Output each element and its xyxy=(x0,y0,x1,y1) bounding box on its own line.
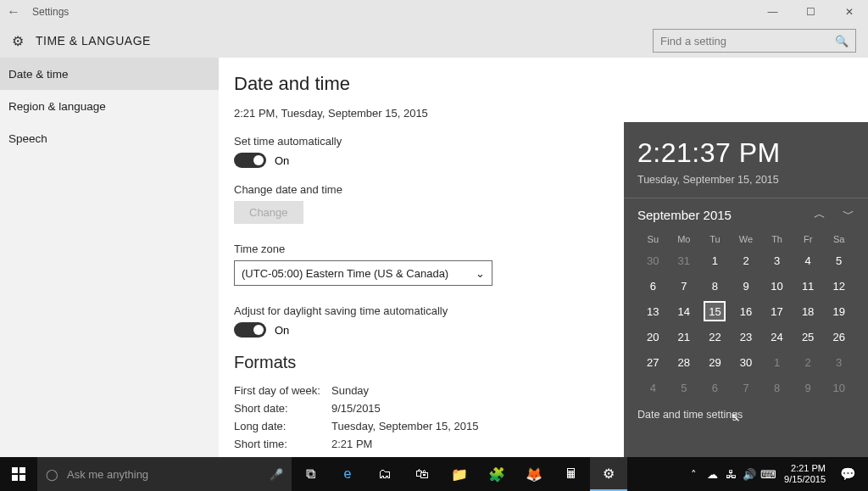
month-prev-button[interactable]: ︿ xyxy=(814,207,826,222)
calendar-day[interactable]: 3 xyxy=(761,248,793,273)
calendar-day[interactable]: 14 xyxy=(669,299,700,324)
calendar-day[interactable]: 23 xyxy=(731,324,762,349)
calendar-day[interactable]: 9 xyxy=(731,273,762,299)
calendar-day[interactable]: 8 xyxy=(699,273,731,299)
calendar-day[interactable]: 12 xyxy=(823,273,854,299)
calendar-day[interactable]: 10 xyxy=(761,273,793,299)
calendar-day[interactable]: 13 xyxy=(637,299,669,324)
calendar-day[interactable]: 27 xyxy=(637,349,669,375)
calendar-day[interactable]: 2 xyxy=(793,349,824,375)
calendar-day[interactable]: 30 xyxy=(731,349,762,375)
cortana-icon: ◯ xyxy=(46,468,58,481)
calendar-day[interactable]: 6 xyxy=(637,273,669,299)
action-center-icon[interactable]: 💬 xyxy=(832,466,863,482)
calendar-dow: Mo xyxy=(669,231,700,248)
calendar-day[interactable]: 17 xyxy=(761,299,793,324)
timezone-select[interactable]: (UTC-05:00) Eastern Time (US & Canada) ⌄ xyxy=(234,260,492,286)
search-icon: 🔍 xyxy=(835,35,849,47)
change-button: Change xyxy=(234,201,303,224)
calendar-day[interactable]: 18 xyxy=(793,299,824,324)
firefox-icon[interactable]: 🦊 xyxy=(515,457,553,491)
calendar-day[interactable]: 10 xyxy=(823,375,854,400)
search-input[interactable]: Find a setting 🔍 xyxy=(653,29,856,53)
calendar-day[interactable]: 29 xyxy=(699,349,731,375)
calendar-day[interactable]: 25 xyxy=(793,324,824,349)
start-button[interactable] xyxy=(0,457,37,491)
calendar-day[interactable]: 16 xyxy=(731,299,762,324)
calendar-day[interactable]: 9 xyxy=(793,375,824,400)
settings-taskbar-icon[interactable]: ⚙ xyxy=(590,457,627,491)
mic-icon: 🎤 xyxy=(270,468,283,481)
calendar-day[interactable]: 28 xyxy=(669,349,700,375)
app-icon[interactable]: 📁 xyxy=(441,457,478,491)
calendar-day[interactable]: 20 xyxy=(637,324,669,349)
clock-date: 9/15/2015 xyxy=(784,474,826,485)
current-datetime: 2:21 PM, Tuesday, September 15, 2015 xyxy=(234,107,868,120)
taskbar: ◯ Ask me anything 🎤 ⧉ e 🗂 🛍 📁 🧩 🦊 🖩 ⚙ ˄ … xyxy=(0,457,868,491)
tray-chevron-icon[interactable]: ˄ xyxy=(684,468,703,481)
volume-icon[interactable]: 🔊 xyxy=(740,468,759,481)
month-next-button[interactable]: ﹀ xyxy=(843,207,854,222)
taskbar-search[interactable]: ◯ Ask me anything 🎤 xyxy=(37,457,292,491)
calendar-day[interactable]: 11 xyxy=(793,273,824,299)
calculator-icon[interactable]: 🖩 xyxy=(553,457,590,491)
sidebar-item-label: Date & time xyxy=(8,68,69,81)
sidebar-item-date-time[interactable]: Date & time xyxy=(0,58,219,90)
taskbar-clock[interactable]: 2:21 PM 9/15/2015 xyxy=(777,463,832,485)
calendar-day[interactable]: 1 xyxy=(761,349,793,375)
svg-rect-0 xyxy=(12,467,18,473)
fmt-val: Sunday xyxy=(331,384,369,397)
close-button[interactable]: ✕ xyxy=(830,0,868,24)
calendar-day[interactable]: 2 xyxy=(731,248,762,273)
flyout-time: 2:21:37 PM xyxy=(637,137,854,169)
file-explorer-icon[interactable]: 🗂 xyxy=(366,457,403,491)
calendar-day[interactable]: 22 xyxy=(699,324,731,349)
task-view-button[interactable]: ⧉ xyxy=(292,457,329,491)
calendar-day[interactable]: 7 xyxy=(669,273,700,299)
sidebar-item-label: Region & language xyxy=(8,100,106,113)
edge-icon[interactable]: e xyxy=(329,457,366,491)
calendar-day[interactable]: 6 xyxy=(699,375,731,400)
input-icon[interactable]: ⌨ xyxy=(759,468,777,481)
calendar-day[interactable]: 19 xyxy=(823,299,854,324)
calendar-day[interactable]: 5 xyxy=(823,248,854,273)
calendar-day[interactable]: 24 xyxy=(761,324,793,349)
calendar-day[interactable]: 5 xyxy=(669,375,700,400)
network-icon[interactable]: 🖧 xyxy=(721,468,740,481)
fmt-key: Long date: xyxy=(234,420,331,432)
search-placeholder: Find a setting xyxy=(660,35,835,47)
onedrive-icon[interactable]: ☁ xyxy=(703,468,721,481)
sidebar-item-region[interactable]: Region & language xyxy=(0,90,219,122)
calendar-day[interactable]: 26 xyxy=(823,324,854,349)
flyout-date: Tuesday, September 15, 2015 xyxy=(637,174,854,186)
calendar-day[interactable]: 15 xyxy=(699,299,731,324)
fmt-key: Short date: xyxy=(234,402,331,415)
settings-window: ← Settings — ☐ ✕ ⚙ TIME & LANGUAGE Find … xyxy=(0,0,868,457)
calendar-day[interactable]: 1 xyxy=(699,248,731,273)
calendar-day[interactable]: 21 xyxy=(669,324,700,349)
calendar-dow: Fr xyxy=(793,231,824,248)
cursor-icon: ↖ xyxy=(731,410,741,424)
back-button[interactable]: ← xyxy=(7,4,24,20)
fmt-key: First day of week: xyxy=(234,384,331,397)
calendar-day[interactable]: 31 xyxy=(669,248,700,273)
sidebar-item-speech[interactable]: Speech xyxy=(0,122,219,154)
chevron-down-icon: ⌄ xyxy=(476,267,485,280)
calendar-day[interactable]: 3 xyxy=(823,349,854,375)
flyout-month[interactable]: September 2015 xyxy=(637,208,732,222)
calendar-day[interactable]: 4 xyxy=(793,248,824,273)
clock-flyout: 2:21:37 PM Tuesday, September 15, 2015 S… xyxy=(624,122,868,457)
titlebar: ← Settings — ☐ ✕ xyxy=(0,0,868,24)
minimize-button[interactable]: — xyxy=(754,0,792,24)
date-time-settings-link[interactable]: Date and time settings ↖ xyxy=(637,409,854,421)
calendar-day[interactable]: 4 xyxy=(637,375,669,400)
store-icon[interactable]: 🛍 xyxy=(403,457,441,491)
calendar-day[interactable]: 30 xyxy=(637,248,669,273)
maximize-button[interactable]: ☐ xyxy=(792,0,830,24)
fmt-val: 9/15/2015 xyxy=(331,402,381,415)
toggle-state: On xyxy=(275,324,289,337)
app-icon[interactable]: 🧩 xyxy=(478,457,515,491)
calendar-day[interactable]: 7 xyxy=(731,375,762,400)
calendar-day[interactable]: 8 xyxy=(761,375,793,400)
toggle-state: On xyxy=(275,154,289,167)
